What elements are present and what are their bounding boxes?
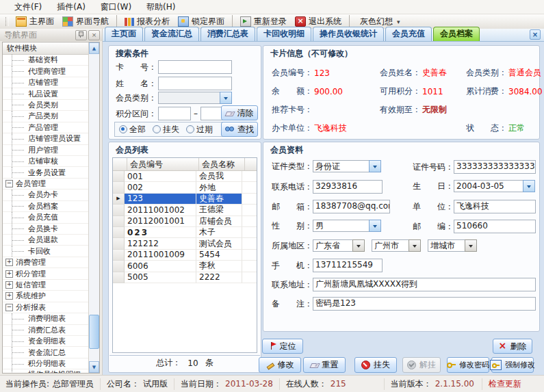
menu-item[interactable]: 帮助(H) [139,0,183,14]
tree-node[interactable]: 会员档案 [3,201,88,212]
clear-button[interactable]: 清除 [221,105,258,120]
tree-node[interactable]: 代理商管理 [3,66,88,77]
member-type-select[interactable] [158,92,232,104]
tree-node[interactable]: 积分明细表 [3,358,88,369]
expand-toggle-icon[interactable] [5,259,13,266]
scroll-down-icon[interactable]: ▼ [89,361,99,373]
row-selector[interactable]: ▶ [113,250,125,261]
member-name-cell[interactable]: 会员我 [196,171,242,182]
tree-node[interactable]: 会员换卡 [3,224,88,235]
member-id-cell[interactable]: 5005 [125,272,196,283]
tab[interactable]: 主页面 [105,27,143,41]
tree-node[interactable]: 店铺管理 [3,77,88,88]
cert-no-input[interactable]: 3333333333333333333 [454,160,536,174]
member-id-cell[interactable]: 023 [125,227,196,238]
locate-button[interactable]: 定位 [262,339,303,354]
member-name-cell[interactable]: 史善春 [196,194,242,205]
member-name-cell[interactable]: 王德梁 [196,205,242,215]
tree-node[interactable]: 会员类别 [3,100,88,111]
row-selector[interactable]: ▶ [113,238,125,249]
points-from-input[interactable] [158,107,191,120]
member-id-cell[interactable]: 20111001009 [125,250,196,261]
force-modify-button[interactable]: 强制修改 [491,357,534,373]
check-update-link[interactable]: 检查更新 [482,378,521,390]
scrollbar-track[interactable] [89,54,99,361]
row-selector[interactable]: ▶ [113,171,125,182]
table-row[interactable]: ▶ 20112001001 店铺会员 [113,216,257,227]
birthday-select[interactable]: 2004-03-05 [454,180,535,192]
menu-item[interactable]: 窗口(W) [93,0,139,14]
row-selector[interactable]: ▶ [113,194,125,205]
tree-node[interactable]: 会员退款 [3,235,88,246]
scrollbar-thumb[interactable] [89,315,99,349]
mobile-input[interactable]: 13711215549 [313,259,383,272]
tree-node[interactable]: 产品管理 [3,122,88,133]
member-name-cell[interactable]: 2222 [196,272,242,283]
member-id-cell[interactable]: 001 [125,171,196,182]
tree-node[interactable]: 礼品设置 [3,88,88,99]
table-row[interactable]: ▶ 6006 李秋 [113,261,257,272]
change-password-button[interactable]: 修改密码 [447,357,489,373]
tree-node[interactable]: 店铺审核 [3,156,88,167]
scroll-up-icon[interactable]: ▲ [89,42,99,54]
address-input[interactable]: 广州新塘凤凰城XXXXX得到 [313,278,536,291]
toolbar-button[interactable]: 界面导航 ▾ [58,15,113,28]
chevron-down-icon[interactable] [409,239,421,252]
row-selector[interactable]: ▶ [113,205,125,215]
zip-input[interactable]: 510660 [454,220,536,233]
member-id-cell[interactable]: 121212 [125,238,196,249]
tab[interactable]: 卡回收明细 [257,27,311,41]
member-name-cell[interactable]: 外地 [196,182,242,193]
expand-toggle-icon[interactable] [5,281,13,289]
table-row[interactable]: ▶ 20111001009 5454 [113,250,257,261]
member-id-column-header[interactable]: 会员编号 [127,158,199,170]
member-name-cell[interactable]: 李秋 [196,261,242,272]
tree-node[interactable]: 资金明细表 [3,336,88,347]
filter-radio[interactable]: 过期 [186,124,213,135]
tree-root-header[interactable]: 软件模块 [3,42,88,55]
expand-toggle-icon[interactable] [5,292,13,300]
table-row[interactable]: ▶ 5005 2222 [113,272,257,283]
table-row[interactable]: ▶ 002 外地 [113,182,257,193]
tree-node[interactable]: 产品类别 [3,111,88,122]
row-selector[interactable]: ▶ [113,227,125,238]
tab[interactable]: 操作员收银统计 [313,27,384,41]
district-select[interactable]: 增城市 [428,239,477,252]
unfreeze-button[interactable]: 解挂 [402,357,441,373]
expand-toggle-icon[interactable] [5,180,13,187]
row-selector[interactable]: ▶ [113,182,125,193]
toolbar-button[interactable]: 主界面 ▾ [12,15,58,28]
city-select[interactable]: 广州市 [372,239,421,252]
tree-node[interactable]: 会员管理 [3,179,88,190]
chevron-down-icon[interactable] [523,180,535,192]
row-selector[interactable]: ▶ [113,216,125,227]
tree-node[interactable]: 短信管理 [3,280,88,291]
tree-node[interactable]: 资金流汇总 [3,347,88,358]
member-name-cell[interactable]: 店铺会员 [196,216,242,227]
filter-radio[interactable]: 挂失 [153,124,179,135]
member-name-cell[interactable]: 5454 [196,250,242,261]
tree-node[interactable]: 会员办卡 [3,190,88,200]
tree-node[interactable]: 基础资料 [3,55,88,66]
tab[interactable]: 消费汇总表 [200,27,255,41]
table-row[interactable]: ▶ 20111001002 王德梁 [113,205,257,215]
chevron-down-icon[interactable] [369,160,381,172]
find-button[interactable]: 查找 [221,122,258,137]
cert-type-select[interactable]: 身份证 [313,160,381,172]
delete-button[interactable]: 删除 [493,339,532,354]
email-input[interactable]: 18387708@qq.com [313,200,390,213]
phone-input[interactable]: 32933816 [313,180,383,194]
member-id-cell[interactable]: 20112001001 [125,216,196,227]
tree-node[interactable]: 会员充值 [3,212,88,223]
tree-node[interactable]: 操作员收银明细 [3,369,88,373]
modify-button[interactable]: 修改 [259,357,301,373]
name-input[interactable] [158,77,232,90]
tree-node[interactable]: 消费汇总表 [3,325,88,336]
close-tab-button[interactable]: × [530,29,541,40]
member-name-column-header[interactable]: 会员名称 [199,158,245,170]
table-row[interactable]: ▶ 121212 测试会员 [113,238,257,249]
filter-radio[interactable]: 全部 [119,124,146,135]
tree-node[interactable]: 卡回收 [3,246,88,257]
reset-button[interactable]: 重置 [303,357,346,373]
table-row[interactable]: ▶ 001 会员我 [113,171,257,182]
